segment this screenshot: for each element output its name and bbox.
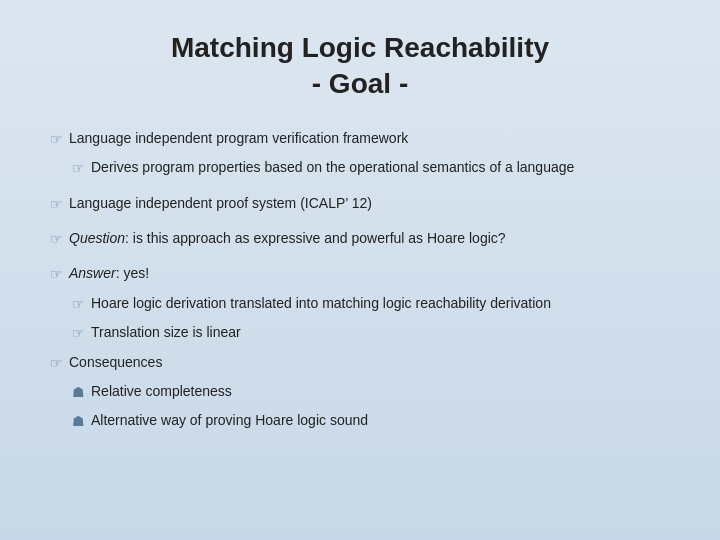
bullet-text-alternative: Alternative way of proving Hoare logic s…: [91, 409, 670, 431]
bullet-text-5: Consequences: [69, 351, 670, 373]
bullet-language-framework: ☞ Language independent program verificat…: [50, 127, 670, 150]
bullet-text-2: Language independent proof system (ICALP…: [69, 192, 670, 214]
section-language-framework: ☞ Language independent program verificat…: [50, 127, 670, 180]
section-proof-system: ☞ Language independent proof system (ICA…: [50, 192, 670, 215]
bullet-answer: ☞ Answer: yes!: [50, 262, 670, 285]
bullet-icon-alternative: ☗: [72, 410, 85, 432]
bullet-derives: ☞ Derives program properties based on th…: [72, 156, 670, 179]
bullet-question: ☞ Question: is this approach as expressi…: [50, 227, 670, 250]
bullet-icon-hoare: ☞: [72, 293, 85, 315]
bullet-text-4: Answer: yes!: [69, 262, 670, 284]
slide-title: Matching Logic Reachability - Goal -: [50, 30, 670, 103]
answer-suffix: : yes!: [116, 265, 149, 281]
section-question: ☞ Question: is this approach as expressi…: [50, 227, 670, 250]
slide: Matching Logic Reachability - Goal - ☞ L…: [0, 0, 720, 540]
bullet-icon-5: ☞: [50, 352, 63, 374]
bullet-alternative: ☗ Alternative way of proving Hoare logic…: [72, 409, 670, 432]
bullet-icon-relative: ☗: [72, 381, 85, 403]
sub-section-consequences: ☗ Relative completeness ☗ Alternative wa…: [72, 380, 670, 433]
bullet-icon-3: ☞: [50, 228, 63, 250]
bullet-icon-4: ☞: [50, 263, 63, 285]
section-answer: ☞ Answer: yes! ☞ Hoare logic derivation …: [50, 262, 670, 344]
bullet-text-hoare: Hoare logic derivation translated into m…: [91, 292, 670, 314]
bullet-icon-translation: ☞: [72, 322, 85, 344]
bullet-text-relative: Relative completeness: [91, 380, 670, 402]
bullet-icon-derives: ☞: [72, 157, 85, 179]
title-line1: Matching Logic Reachability: [171, 32, 549, 63]
bullet-icon-1: ☞: [50, 128, 63, 150]
bullet-hoare-derivation: ☞ Hoare logic derivation translated into…: [72, 292, 670, 315]
bullet-text-3: Question: is this approach as expressive…: [69, 227, 670, 249]
sub-section-derives: ☞ Derives program properties based on th…: [72, 156, 670, 179]
question-label: Question: [69, 230, 125, 246]
bullet-text-derives: Derives program properties based on the …: [91, 156, 670, 178]
bullet-relative-completeness: ☗ Relative completeness: [72, 380, 670, 403]
bullet-translation-size: ☞ Translation size is linear: [72, 321, 670, 344]
bullet-text-translation: Translation size is linear: [91, 321, 670, 343]
bullet-proof-system: ☞ Language independent proof system (ICA…: [50, 192, 670, 215]
section-consequences: ☞ Consequences ☗ Relative completeness ☗…: [50, 351, 670, 433]
question-suffix: : is this approach as expressive and pow…: [125, 230, 506, 246]
sub-section-hoare: ☞ Hoare logic derivation translated into…: [72, 292, 670, 345]
bullet-consequences: ☞ Consequences: [50, 351, 670, 374]
bullet-icon-2: ☞: [50, 193, 63, 215]
title-line2: - Goal -: [312, 68, 408, 99]
answer-label: Answer: [69, 265, 116, 281]
slide-content: ☞ Language independent program verificat…: [50, 127, 670, 433]
bullet-text-1: Language independent program verificatio…: [69, 127, 670, 149]
